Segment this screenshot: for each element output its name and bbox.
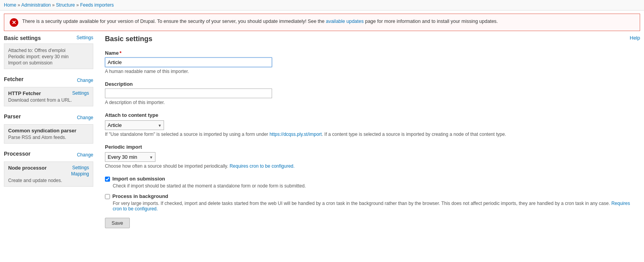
sidebar-fetcher-title: Fetcher: [4, 76, 24, 82]
attach-hint: If "Use standalone form" is selected a s…: [105, 132, 640, 137]
description-label: Description: [105, 81, 640, 87]
description-field-group: Description A description of this import…: [105, 81, 640, 105]
periodic-hint: Choose how often a source should be impo…: [105, 163, 640, 169]
sidebar-processor: Processor Change Node processor Settings…: [4, 151, 93, 187]
import-submission-row: Import on submission: [105, 176, 640, 182]
sidebar-processor-title: Processor: [4, 151, 30, 157]
breadcrumb-home[interactable]: Home: [4, 2, 16, 8]
sidebar-parser-desc: Parse RSS and Atom feeds.: [8, 135, 89, 140]
breadcrumb-structure[interactable]: Structure: [56, 2, 75, 8]
sidebar-processor-change-link[interactable]: Change: [77, 152, 93, 158]
periodic-select[interactable]: Off Every 15 min Every 30 min Every hour…: [105, 152, 155, 162]
sidebar-basic-settings-link[interactable]: Settings: [77, 35, 93, 40]
name-field-group: Name* A human readable name of this impo…: [105, 50, 640, 74]
process-bg-label[interactable]: Process in background: [112, 193, 168, 199]
periodic-cron-link[interactable]: Requires cron to be configured.: [230, 163, 295, 169]
periodic-select-wrapper: Off Every 15 min Every 30 min Every hour…: [105, 152, 155, 162]
periodic-field-group: Periodic import Off Every 15 min Every 3…: [105, 144, 640, 169]
attach-url-link[interactable]: https://dcqss.ply.st/import: [269, 132, 322, 137]
import-submission-group: Import on submission Check if import sho…: [105, 176, 640, 189]
sidebar-parser-title: Parser: [4, 113, 21, 120]
form-actions: Save: [105, 218, 640, 228]
attach-field-group: Attach to content type Article Page Use …: [105, 112, 640, 137]
sidebar-fetcher-settings-link[interactable]: Settings: [72, 90, 89, 96]
breadcrumb-feeds-importers[interactable]: Feeds importers: [80, 2, 114, 8]
attach-select[interactable]: Article Page Use standalone form: [105, 120, 164, 130]
security-alert: ✕ There is a security update available f…: [4, 14, 640, 31]
name-input[interactable]: [105, 57, 272, 67]
sidebar: Basic settings Settings Attached to: Off…: [4, 35, 101, 228]
sidebar-processor-desc: Create and update nodes.: [8, 178, 89, 183]
sidebar-attached-label: Attached to: Offres d'emploi: [8, 48, 89, 53]
sidebar-fetcher-name: HTTP Fetcher: [8, 90, 41, 96]
process-bg-row: Process in background: [105, 193, 640, 199]
sidebar-import-on-submission-label: Import on submission: [8, 60, 89, 66]
main-content: Basic settings Help Name* A human readab…: [101, 35, 640, 228]
sidebar-parser-change-link[interactable]: Change: [77, 115, 93, 120]
help-link[interactable]: Help: [630, 35, 640, 41]
process-bg-group: Process in background For very large imp…: [105, 193, 640, 212]
attach-label: Attach to content type: [105, 112, 640, 118]
import-submission-label[interactable]: Import on submission: [112, 176, 165, 182]
sidebar-processor-settings-link[interactable]: Settings: [72, 165, 89, 170]
save-button[interactable]: Save: [105, 218, 130, 228]
alert-text: There is a security update available for…: [22, 18, 498, 25]
name-label: Name*: [105, 50, 640, 56]
import-submission-checkbox[interactable]: [105, 177, 110, 182]
sidebar-fetcher-desc: Download content from a URL.: [8, 97, 89, 103]
sidebar-fetcher: Fetcher Change HTTP Fetcher Settings Dow…: [4, 76, 93, 106]
sidebar-processor-mapping-link[interactable]: Mapping: [71, 171, 89, 177]
sidebar-processor-block: Node processor Settings Mapping Create a…: [4, 161, 93, 187]
available-updates-link[interactable]: available updates: [326, 19, 363, 24]
sidebar-basic-settings: Basic settings Settings Attached to: Off…: [4, 35, 93, 69]
description-input[interactable]: [105, 88, 272, 98]
name-hint: A human readable name of this importer.: [105, 69, 640, 74]
description-hint: A description of this importer.: [105, 100, 640, 105]
periodic-label: Periodic import: [105, 144, 640, 150]
sidebar-basic-settings-block: Attached to: Offres d'emploi Periodic im…: [4, 43, 93, 69]
breadcrumb: Home » Administration » Structure » Feed…: [0, 0, 644, 10]
attach-select-wrapper: Article Page Use standalone form ▼: [105, 120, 164, 130]
sidebar-parser: Parser Change Common syndication parser …: [4, 113, 93, 144]
sidebar-fetcher-block: HTTP Fetcher Settings Download content f…: [4, 87, 93, 106]
breadcrumb-administration[interactable]: Administration: [21, 2, 51, 8]
alert-icon: ✕: [10, 18, 18, 27]
sidebar-fetcher-change-link[interactable]: Change: [77, 78, 93, 83]
sidebar-processor-name: Node processor: [8, 165, 47, 171]
import-submission-hint: Check if import should be started at the…: [113, 183, 640, 189]
required-star: *: [119, 50, 121, 56]
sidebar-parser-name: Common syndication parser: [8, 128, 89, 134]
sidebar-basic-settings-title: Basic settings: [4, 35, 41, 41]
page-title: Basic settings: [105, 35, 152, 43]
sidebar-parser-block: Common syndication parser Parse RSS and …: [4, 124, 93, 144]
process-bg-hint: For very large imports. If checked, impo…: [113, 201, 640, 212]
sidebar-periodic-label: Periodic import: every 30 min: [8, 54, 89, 59]
process-bg-checkbox[interactable]: [105, 194, 110, 199]
